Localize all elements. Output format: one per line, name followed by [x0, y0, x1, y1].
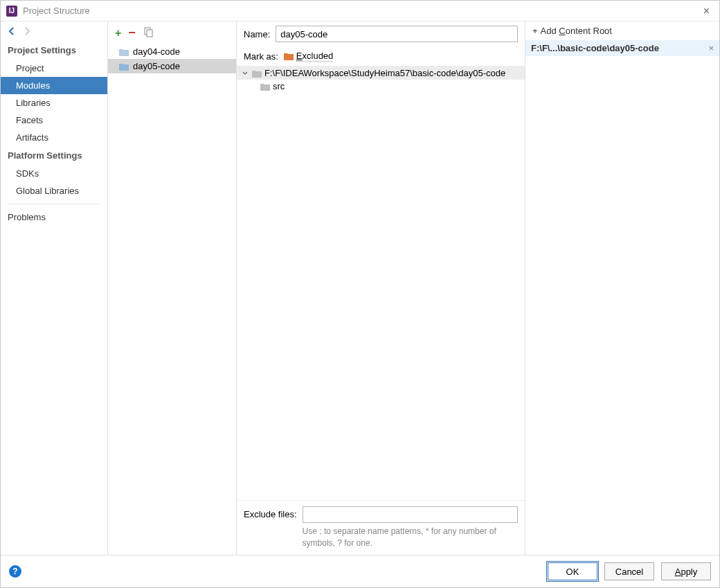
- source-tree: F:\F\IDEAWorkspace\StudyHeima57\basic-co…: [237, 66, 525, 500]
- sidebar-section-project-settings: Project Settings: [1, 41, 107, 60]
- remove-module-icon[interactable]: −: [128, 26, 136, 40]
- sidebar-item-global-libraries[interactable]: Global Libraries: [1, 182, 107, 199]
- name-row: Name:: [237, 21, 525, 46]
- tree-child-row[interactable]: src: [237, 80, 525, 93]
- module-item[interactable]: day04-code: [108, 44, 236, 59]
- markas-row: Mark as: Excluded: [237, 46, 525, 66]
- module-toolbar: + −: [108, 21, 236, 44]
- tree-root-path: F:\F\IDEAWorkspace\StudyHeima57\basic-co…: [264, 68, 505, 78]
- module-item[interactable]: day05-code: [108, 59, 236, 73]
- sidebar-item-modules[interactable]: Modules: [1, 77, 107, 94]
- module-detail-panel: Name: Mark as: Excluded F:\F\IDEAWorkspa…: [237, 21, 525, 555]
- cancel-button[interactable]: Cancel: [604, 562, 654, 580]
- module-item-label: day05-code: [133, 61, 180, 71]
- sidebar-toolbar: [1, 21, 107, 41]
- sidebar: Project Settings Project Modules Librari…: [1, 21, 108, 555]
- exclude-hint: Use ; to separate name patterns, * for a…: [303, 526, 518, 549]
- markas-excluded[interactable]: Excluded: [284, 51, 333, 62]
- help-icon[interactable]: ?: [9, 565, 21, 578]
- markas-label: Mark as:: [244, 51, 278, 62]
- app-icon: IJ: [6, 6, 17, 17]
- remove-content-root-icon[interactable]: ×: [708, 43, 714, 53]
- sidebar-section-platform-settings: Platform Settings: [1, 146, 107, 165]
- title-bar: IJ Project Structure ×: [1, 1, 719, 21]
- content-root-item[interactable]: F:\F\...\basic-code\day05-code ×: [525, 40, 719, 56]
- module-name-input[interactable]: [276, 26, 518, 42]
- sidebar-item-problems[interactable]: Problems: [1, 208, 107, 226]
- add-content-root-label: Add Content Root: [541, 26, 612, 36]
- sidebar-item-project[interactable]: Project: [1, 60, 107, 77]
- module-item-label: day04-code: [133, 46, 180, 57]
- add-content-root-button[interactable]: + Add Content Root: [525, 21, 719, 40]
- content-root-path: F:\F\...\basic-code\day05-code: [531, 43, 659, 53]
- name-label: Name:: [244, 29, 270, 39]
- add-module-icon[interactable]: +: [115, 27, 121, 39]
- ok-button[interactable]: OK: [548, 562, 597, 580]
- apply-button[interactable]: Apply: [661, 562, 711, 580]
- close-icon[interactable]: ×: [699, 5, 714, 17]
- sidebar-separator: [8, 204, 100, 204]
- module-list-panel: + − day04-code day05-code: [108, 21, 237, 555]
- window-title: Project Structure: [23, 6, 90, 16]
- exclude-files-input[interactable]: [303, 506, 518, 523]
- tree-child-label: src: [273, 81, 285, 91]
- sidebar-item-sdks[interactable]: SDKs: [1, 165, 107, 182]
- markas-excluded-label: Excluded: [296, 51, 333, 62]
- forward-icon[interactable]: [21, 26, 33, 37]
- tree-root-row[interactable]: F:\F\IDEAWorkspace\StudyHeima57\basic-co…: [237, 66, 525, 80]
- module-list: day04-code day05-code: [108, 44, 236, 555]
- plus-icon: +: [532, 26, 538, 36]
- back-icon[interactable]: [6, 26, 17, 37]
- main-area: Project Settings Project Modules Librari…: [1, 21, 719, 555]
- exclude-row: Exclude files: Use ; to separate name pa…: [237, 500, 525, 555]
- sidebar-item-artifacts[interactable]: Artifacts: [1, 129, 107, 146]
- dialog-footer: ? OK Cancel Apply: [1, 555, 719, 587]
- sidebar-item-facets[interactable]: Facets: [1, 112, 107, 129]
- svg-rect-1: [147, 30, 152, 37]
- sidebar-item-libraries[interactable]: Libraries: [1, 94, 107, 112]
- content-root-panel: + Add Content Root F:\F\...\basic-code\d…: [525, 21, 719, 555]
- copy-module-icon[interactable]: [143, 26, 154, 39]
- exclude-label: Exclude files:: [244, 506, 297, 519]
